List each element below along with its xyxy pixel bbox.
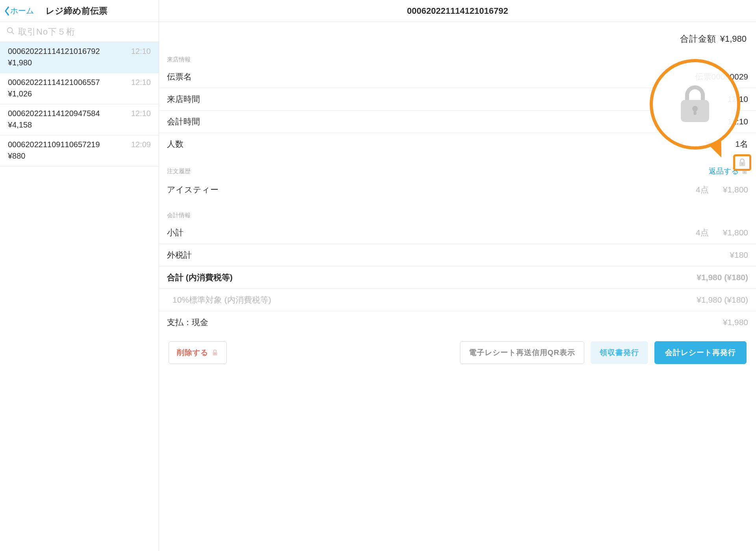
tx-amount: ¥880 [8, 152, 151, 161]
row-grand-total: 合計 (内消費税等) ¥1,980 (¥180) [159, 266, 756, 289]
ryoshu-button[interactable]: 領収書発行 [591, 341, 648, 364]
search-icon [6, 27, 15, 37]
lock-icon [738, 158, 747, 167]
screen-title: レジ締め前伝票 [34, 5, 119, 17]
tx-time: 12:10 [131, 78, 151, 87]
svg-point-0 [7, 28, 13, 33]
row-payment: 支払：現金 ¥1,980 [159, 311, 756, 333]
svg-rect-4 [744, 172, 745, 173]
callout-target [733, 154, 751, 171]
left-header: ホーム レジ締め前伝票 [0, 0, 159, 22]
section-visit: 来店情報 [159, 52, 756, 66]
section-acct: 会計情報 [159, 208, 756, 222]
lock-icon [211, 349, 219, 356]
detail-footer: 削除する 電子レシート再送信用QR表示 領収書発行 会計レシート再発行 [159, 333, 756, 373]
search-wrap [0, 22, 159, 42]
row-tax-detail: 10%標準対象 (内消費税等) ¥1,980 (¥180) [159, 289, 756, 311]
svg-rect-10 [694, 109, 697, 115]
delete-button[interactable]: 削除する [169, 341, 227, 364]
row-subtotal: 小計 4点 ¥1,800 [159, 222, 756, 244]
transaction-list: 00062022111412101679212:10¥1,98000062022… [0, 42, 159, 551]
tx-amount: ¥4,158 [8, 120, 151, 129]
tx-time: 12:10 [131, 109, 151, 118]
detail-header: 000620221114121016792 [159, 0, 756, 22]
transaction-item[interactable]: 00062022111412101679212:10¥1,980 [0, 42, 159, 73]
tx-id: 000620221109110657219 [8, 140, 100, 149]
back-label: ホーム [10, 6, 34, 16]
tx-id: 000620221114120947584 [8, 109, 100, 118]
svg-line-1 [12, 32, 14, 34]
total-row: 合計金額 ¥1,980 [159, 22, 756, 52]
svg-rect-7 [215, 353, 215, 354]
callout-bubble [650, 59, 740, 150]
tx-id: 000620221114121016792 [8, 47, 100, 56]
left-pane: ホーム レジ締め前伝票 00062022111412101679212:10¥1… [0, 0, 159, 551]
tx-id: 000620221114121006557 [8, 78, 100, 87]
chevron-left-icon [4, 6, 10, 17]
lock-icon [675, 83, 715, 126]
tx-amount: ¥1,026 [8, 89, 151, 98]
tx-amount: ¥1,980 [8, 58, 151, 67]
row-tax-ext: 外税計 ¥180 [159, 244, 756, 266]
qr-button[interactable]: 電子レシート再送信用QR表示 [460, 341, 585, 364]
transaction-item[interactable]: 00062022110911065721912:09¥880 [0, 135, 159, 166]
receipt-button[interactable]: 会計レシート再発行 [654, 341, 747, 364]
back-button[interactable]: ホーム [4, 6, 34, 17]
svg-rect-13 [742, 164, 742, 165]
section-orders: 注文履歴 返品する [159, 162, 756, 179]
total-value: ¥1,980 [720, 34, 747, 44]
transaction-item[interactable]: 00062022111412100655712:10¥1,026 [0, 73, 159, 104]
right-pane: 000620221114121016792 合計金額 ¥1,980 来店情報 伝… [159, 0, 756, 551]
search-input[interactable] [0, 22, 159, 42]
tx-time: 12:09 [131, 140, 151, 149]
total-label: 合計金額 [680, 34, 716, 44]
detail-header-id: 000620221114121016792 [407, 6, 508, 16]
order-item: アイスティー4点¥1,800 [159, 179, 756, 201]
transaction-item[interactable]: 00062022111412094758412:10¥4,158 [0, 104, 159, 135]
tx-time: 12:10 [131, 47, 151, 56]
